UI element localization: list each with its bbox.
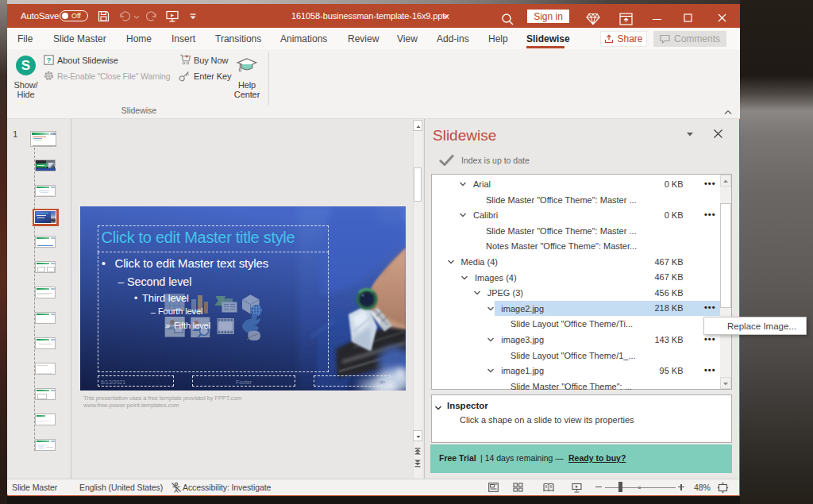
svg-text:?: ? (47, 56, 52, 64)
